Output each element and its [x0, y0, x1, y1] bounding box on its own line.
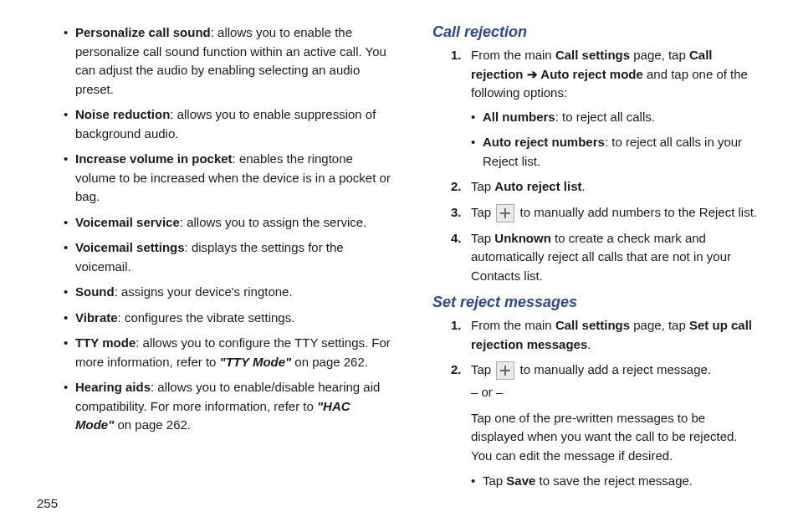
- feature-list: Personalize call sound: allows you to en…: [64, 23, 392, 435]
- section-title-call-rejection: Call rejection: [432, 23, 761, 41]
- step-bold: Call settings: [555, 48, 630, 62]
- item-title: Save: [506, 473, 535, 488]
- item-title: All numbers: [483, 110, 555, 124]
- list-item: Increase volume in pocket: enables the r…: [64, 150, 392, 207]
- step-item: 2. Tap Auto reject list.: [451, 177, 761, 197]
- or-divider: – or –: [471, 383, 761, 402]
- plus-icon: [496, 361, 514, 380]
- step-text: page, tap: [630, 48, 689, 62]
- step-text: .: [582, 179, 586, 193]
- cross-ref: "TTY Mode": [220, 355, 292, 369]
- page: Personalize call sound: allows you to en…: [0, 0, 798, 498]
- step-text: From the main: [471, 48, 555, 62]
- step-number: 1.: [451, 316, 462, 335]
- item-desc: : assigns your device's ringtone.: [115, 284, 293, 299]
- plus-icon: [496, 204, 514, 223]
- step-item: 1. From the main Call settings page, tap…: [451, 46, 761, 171]
- page-number: 255: [37, 496, 58, 510]
- step-number: 2.: [451, 177, 462, 197]
- item-title: Sound: [75, 284, 115, 299]
- item-desc: : configures the vibrate settings.: [118, 310, 295, 325]
- step-bold: Auto reject list: [494, 179, 581, 193]
- item-desc: : allows you to assign the service.: [180, 215, 366, 229]
- item-desc: : to reject all calls.: [555, 110, 655, 124]
- step-text: Tap: [471, 179, 494, 193]
- step-text: .: [587, 337, 591, 351]
- step-bold: Call settings: [555, 318, 630, 332]
- step-follow: Tap one of the pre-written messages to b…: [471, 409, 761, 466]
- item-title: Personalize call sound: [75, 25, 211, 39]
- step-number: 1.: [451, 46, 462, 65]
- steps-set-reject: 1. From the main Call settings page, tap…: [432, 316, 761, 491]
- sub-list: All numbers: to reject all calls. Auto r…: [471, 108, 761, 171]
- item-title: Vibrate: [75, 310, 118, 325]
- step-item: 2. Tap to manually add a reject message.…: [451, 361, 761, 491]
- item-title: Hearing aids: [75, 380, 151, 394]
- item-title: Voicemail settings: [75, 240, 185, 254]
- step-text: Tap: [471, 205, 494, 219]
- item-title: TTY mode: [75, 335, 136, 350]
- list-item: Auto reject numbers: to reject all calls…: [471, 133, 761, 171]
- list-item: Voicemail service: allows you to assign …: [64, 213, 392, 233]
- step-number: 2.: [451, 361, 462, 380]
- item-desc: Tap: [483, 473, 506, 488]
- right-column: Call rejection 1. From the main Call set…: [432, 23, 761, 498]
- item-title: Auto reject numbers: [483, 135, 605, 149]
- step-number: 3.: [451, 203, 462, 223]
- left-column: Personalize call sound: allows you to en…: [37, 23, 392, 498]
- list-item: Noise reduction: allows you to enable su…: [64, 105, 392, 143]
- step-text: From the main: [471, 318, 555, 332]
- step-text: Tap: [471, 362, 494, 376]
- item-desc: to save the reject message.: [535, 473, 693, 488]
- item-desc: on page 262.: [291, 355, 368, 369]
- list-item: Tap Save to save the reject message.: [471, 472, 761, 491]
- step-text: to manually add a reject message.: [516, 362, 711, 376]
- list-item: TTY mode: allows you to configure the TT…: [64, 334, 392, 371]
- step-text: to manually add numbers to the Reject li…: [516, 205, 757, 219]
- step-text: Tap: [471, 231, 494, 245]
- step-item: 3. Tap to manually add numbers to the Re…: [451, 203, 761, 223]
- section-title-set-reject: Set reject messages: [432, 294, 761, 311]
- steps-call-rejection: 1. From the main Call settings page, tap…: [432, 46, 761, 285]
- list-item: Hearing aids: allows you to enable/disab…: [64, 378, 392, 435]
- step-bold: Unknown: [494, 231, 551, 245]
- item-desc: on page 262.: [114, 417, 191, 432]
- list-item: Sound: assigns your device's ringtone.: [64, 283, 392, 302]
- step-item: 1. From the main Call settings page, tap…: [451, 316, 761, 354]
- list-item: Personalize call sound: allows you to en…: [64, 23, 392, 99]
- list-item: Voicemail settings: displays the setting…: [64, 238, 392, 276]
- sub-list: Tap Save to save the reject message.: [471, 472, 761, 491]
- step-number: 4.: [451, 229, 462, 248]
- step-item: 4. Tap Unknown to create a check mark an…: [451, 229, 761, 286]
- item-title: Voicemail service: [75, 215, 180, 229]
- item-title: Noise reduction: [75, 107, 170, 121]
- item-title: Increase volume in pocket: [75, 151, 233, 166]
- list-item: All numbers: to reject all calls.: [471, 108, 761, 127]
- list-item: Vibrate: configures the vibrate settings…: [64, 309, 392, 328]
- step-text: page, tap: [630, 318, 689, 332]
